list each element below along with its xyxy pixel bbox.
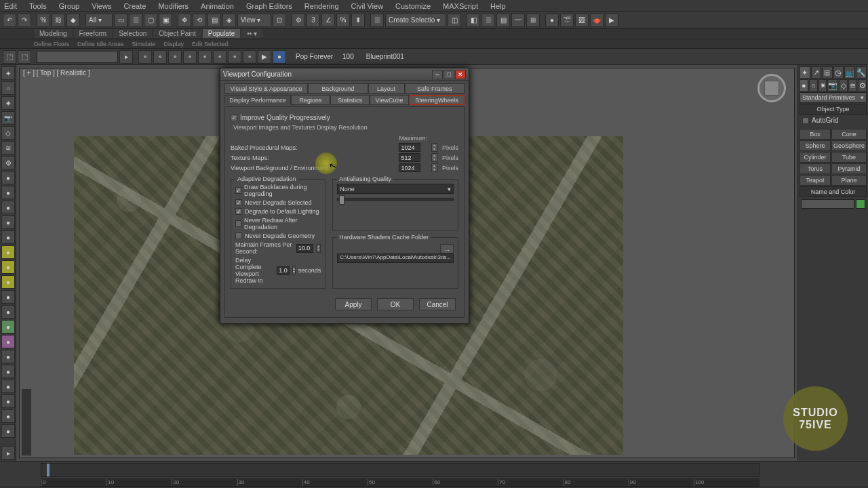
selection-filter-dropdown[interactable]: All ▾ <box>85 14 113 27</box>
window-crossing-icon[interactable]: ▣ <box>159 14 172 27</box>
menu-item[interactable]: Group <box>59 2 80 10</box>
prim-cylinder-button[interactable]: Cylinder <box>800 152 831 163</box>
menu-item[interactable]: Tools <box>29 2 47 10</box>
undo-icon[interactable]: ↶ <box>3 14 16 27</box>
tab-steeringwheels[interactable]: SteeringWheels <box>409 95 465 105</box>
viewport-scale-bar[interactable] <box>21 388 32 456</box>
time-slider-marker[interactable] <box>47 464 50 476</box>
curve-editor-icon[interactable]: 〰 <box>511 14 525 27</box>
improve-quality-checkbox[interactable]: ✓ <box>231 115 237 121</box>
prim-torus-button[interactable]: Torus <box>800 163 831 174</box>
tab-regions[interactable]: Regions <box>291 95 330 105</box>
ref-coord-dropdown[interactable]: View ▾ <box>237 14 271 27</box>
select-region-icon[interactable]: ▢ <box>144 14 157 27</box>
pop-anim-icon[interactable]: ▶ <box>258 50 271 64</box>
mirror-icon[interactable]: ◫ <box>448 14 461 27</box>
menu-item[interactable]: Customize <box>395 2 431 10</box>
helpers-icon[interactable]: ◇ <box>839 79 848 92</box>
menu-item[interactable]: Edit <box>4 2 17 10</box>
browse-button[interactable]: ... <box>440 244 454 253</box>
menu-item[interactable]: Views <box>92 2 111 10</box>
timeline-ruler[interactable]: 0102030405060708090100 <box>41 479 760 487</box>
move-icon[interactable]: ✥ <box>178 14 191 27</box>
ribbon-tab-more[interactable]: •• ▾ <box>241 29 262 38</box>
ribbon-tab-modeling[interactable]: Modeling <box>34 29 73 38</box>
shapes-icon[interactable]: ○ <box>809 79 818 92</box>
menu-item[interactable]: Help <box>490 2 506 10</box>
menu-item[interactable]: Rendering <box>304 2 339 10</box>
geometry-icon[interactable]: ● <box>800 79 808 92</box>
time-slider[interactable] <box>41 463 760 477</box>
ribbon-sub-item[interactable]: Simulate <box>132 41 156 47</box>
render-icon[interactable]: 🫖 <box>590 14 604 27</box>
baked-maps-spinner[interactable]: 1024 <box>399 143 420 152</box>
pop-icon[interactable]: ⚬ <box>243 50 256 64</box>
space-warp-icon[interactable]: ≋ <box>1 141 15 155</box>
ribbon-sub-item[interactable]: Edit Selected <box>192 41 228 47</box>
fps-spinner[interactable]: 10.0 <box>296 244 313 253</box>
object-color-swatch[interactable] <box>856 199 865 209</box>
spacewarps-icon[interactable]: ≋ <box>848 79 857 92</box>
prim-teapot-button[interactable]: Teapot <box>800 175 831 186</box>
degrade-default-lighting-checkbox[interactable]: ✓ <box>235 208 242 215</box>
pop-icon[interactable]: ⚬ <box>168 50 182 64</box>
graphite-btn-icon[interactable]: ⬚ <box>18 50 31 64</box>
misc-icon[interactable]: ● <box>1 275 15 289</box>
tab-viewcube[interactable]: ViewCube <box>370 95 409 105</box>
texture-maps-spinner[interactable]: 512 <box>399 153 420 162</box>
misc-icon[interactable]: ● <box>1 394 15 408</box>
main-menubar[interactable]: Edit Tools Group Views Create Modifiers … <box>0 0 868 12</box>
prim-geosphere-button[interactable]: GeoSphere <box>831 140 867 151</box>
viewport-bg-spinner[interactable]: 1024 <box>399 163 420 172</box>
spinner-arrows-icon[interactable]: ▴▾ <box>431 163 438 172</box>
pivot-icon[interactable]: ⊡ <box>273 14 286 27</box>
hierarchy-panel-icon[interactable]: ⊞ <box>822 66 833 79</box>
select-name-icon[interactable]: ☰ <box>129 14 142 27</box>
object-type-header[interactable]: Object Type <box>800 104 867 115</box>
misc-icon[interactable]: ● <box>1 320 15 333</box>
helper-icon[interactable]: ◇ <box>1 126 15 140</box>
menu-item[interactable]: Create <box>123 2 146 10</box>
tab-visual-style[interactable]: Visual Style & Appearance <box>224 83 308 94</box>
misc-icon[interactable]: ● <box>1 186 15 199</box>
expand-icon[interactable]: ▸ <box>1 446 15 460</box>
misc-icon[interactable]: ● <box>1 350 15 363</box>
cameras-icon[interactable]: 📷 <box>827 79 838 92</box>
utilities-panel-icon[interactable]: 🔧 <box>856 66 867 79</box>
menu-item[interactable]: Civil View <box>351 2 383 10</box>
pop-anim-icon[interactable]: ● <box>273 50 286 64</box>
ok-button[interactable]: OK <box>377 298 414 310</box>
schematic-icon[interactable]: ⊞ <box>526 14 540 27</box>
search-input[interactable] <box>37 51 118 63</box>
spinner-arrows-icon[interactable]: ▴▾ <box>431 153 438 162</box>
graphite-btn-icon[interactable]: ⬚ <box>3 50 16 64</box>
maximize-icon[interactable]: □ <box>443 70 454 79</box>
render-setup-icon[interactable]: 🎬 <box>560 14 574 27</box>
angle-snap-icon[interactable]: ∠ <box>321 14 335 27</box>
never-redraw-checkbox[interactable] <box>235 220 241 227</box>
spinner-arrows-icon[interactable]: ▴▾ <box>431 143 438 152</box>
ribbon-sub-item[interactable]: Define Idle Areas <box>77 41 124 47</box>
align-icon[interactable]: ◧ <box>467 14 480 27</box>
cam-icon[interactable]: 📷 <box>1 111 15 125</box>
pop-icon[interactable]: ⚬ <box>213 50 226 64</box>
antialiasing-slider[interactable] <box>337 198 454 201</box>
material-editor-icon[interactable]: ● <box>545 14 559 27</box>
redo-icon[interactable]: ↷ <box>18 14 31 27</box>
bind-icon[interactable]: ◆ <box>66 14 80 27</box>
slider-thumb[interactable] <box>339 195 344 205</box>
search-go-icon[interactable]: ▸ <box>119 50 133 64</box>
menu-item[interactable]: Graph Editors <box>246 2 292 10</box>
ribbon-tab-freeform[interactable]: Freeform <box>74 29 113 38</box>
never-degrade-geometry-checkbox[interactable] <box>235 232 242 239</box>
misc-icon[interactable]: ● <box>1 201 15 214</box>
misc-icon[interactable]: ● <box>1 335 15 348</box>
menu-item[interactable]: MAXScript <box>443 2 478 10</box>
misc-icon[interactable]: ● <box>1 171 15 184</box>
misc-icon[interactable]: ● <box>1 230 15 244</box>
snap-icon[interactable]: 3 <box>307 14 320 27</box>
misc-icon[interactable]: ● <box>1 305 15 319</box>
name-color-header[interactable]: Name and Color <box>800 186 867 197</box>
tab-layout[interactable]: Layout <box>368 83 405 94</box>
pop-icon[interactable]: ⚬ <box>183 50 197 64</box>
